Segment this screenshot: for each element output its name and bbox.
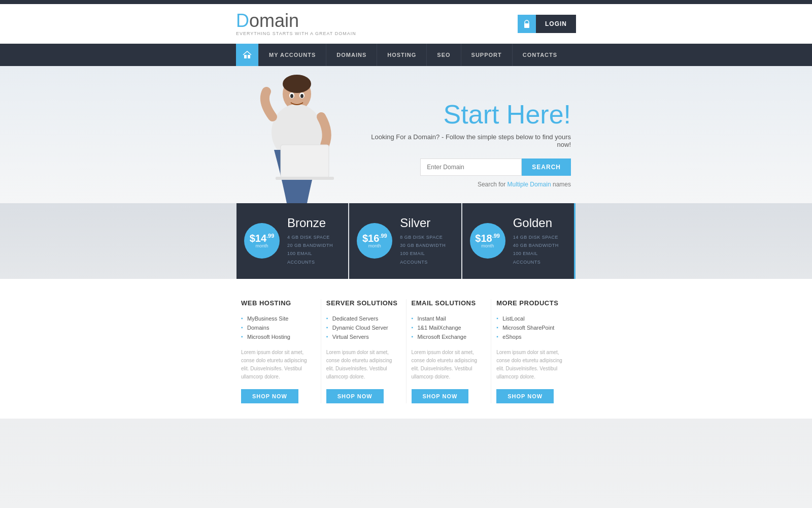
price-period: month (481, 243, 494, 248)
plan-feature-item: 14 GB DISK SPACE (513, 233, 564, 241)
logo-text: Domain (236, 12, 356, 30)
plan-name: Bronze (287, 216, 338, 230)
lock-icon (518, 15, 536, 33)
feature-list-item: Instant Mail (412, 314, 486, 323)
price-card-silver: $16.99 month Silver 8 GB DISK SPACE30 GB… (349, 203, 461, 279)
feature-list-item: Microsoft SharePoint (496, 323, 571, 332)
svg-rect-2 (248, 55, 250, 58)
plan-name: Silver (400, 216, 451, 230)
feature-list-item: Dedicated Servers (326, 314, 401, 323)
plan-features: 14 GB DISK SPACE40 GB BANDWIDTH100 EMAIL… (513, 233, 564, 266)
svg-point-13 (300, 94, 303, 98)
shop-now-button[interactable]: SHOP NOW (241, 389, 298, 403)
feature-title: SERVER SOLUTIONS (326, 299, 401, 307)
feature-title: WEB HOSTING (241, 299, 316, 307)
nav-item-contacts[interactable]: CONTACTS (512, 44, 567, 66)
feature-list: Dedicated ServersDynamic Cloud ServerVir… (326, 314, 401, 341)
price-period: month (368, 243, 381, 248)
feature-list: MyBusiness SiteDomainsMicrosoft Hosting (241, 314, 316, 341)
logo-tagline: EVERYTHING STARTS WITH A GREAT DOMAIN (236, 31, 356, 36)
nav-home-button[interactable] (236, 44, 258, 66)
plan-feature-item: 30 GB BANDWIDTH (400, 241, 451, 249)
domain-search-row: SEARCH (368, 158, 571, 176)
price-circle-silver: $16.99 month (357, 223, 392, 259)
feature-list: Instant Mail1&1 MailXchangeMicrosoft Exc… (412, 314, 486, 341)
svg-rect-1 (244, 55, 247, 58)
nav-bar: MY ACCOUNTS DOMAINS HOSTING SEO SUPPORT … (0, 44, 812, 66)
feature-col-1: SERVER SOLUTIONS Dedicated ServersDynami… (321, 299, 406, 403)
features-section: WEB HOSTING MyBusiness SiteDomainsMicros… (0, 279, 812, 419)
feature-desc: Lorem ipsum dolor sit amet, conse dolo e… (326, 348, 401, 381)
feature-list-item: Virtual Servers (326, 332, 401, 341)
plan-features: 4 GB DISK SPACE20 GB BANDWIDTH100 EMAIL … (287, 233, 338, 266)
feature-list-item: 1&1 MailXchange (412, 323, 486, 332)
plan-feature-item: 100 EMAIL ACCOUNTS (513, 249, 564, 266)
logo-d: D (236, 10, 249, 31)
search-button[interactable]: SEARCH (522, 158, 571, 176)
svg-rect-0 (524, 23, 529, 28)
hero-section: Start Here! Looking For a Domain? - Foll… (0, 66, 812, 203)
plan-feature-item: 4 GB DISK SPACE (287, 233, 338, 241)
plan-feature-item: 100 EMAIL ACCOUNTS (400, 249, 451, 266)
multi-domain-text: Search for Multiple Domain names (368, 181, 571, 188)
svg-rect-8 (281, 145, 329, 178)
nav-item-seo[interactable]: SEO (426, 44, 460, 66)
top-bar (0, 0, 812, 4)
plan-feature-item: 8 GB DISK SPACE (400, 233, 451, 241)
hero-person-image (236, 66, 358, 203)
plan-features: 8 GB DISK SPACE30 GB BANDWIDTH100 EMAIL … (400, 233, 451, 266)
hero-subtitle: Looking For a Domain? - Follow the simpl… (368, 133, 571, 148)
hero-title: Start Here! (368, 100, 571, 129)
feature-list-item: Microsoft Exchange (412, 332, 486, 341)
nav-item-hosting[interactable]: HOSTING (377, 44, 426, 66)
feature-desc: Lorem ipsum dolor sit amet, conse dolo e… (412, 348, 486, 381)
feature-col-2: EMAIL SOLUTIONS Instant Mail1&1 MailXcha… (406, 299, 491, 403)
plan-feature-item: 100 EMAIL ACCOUNTS (287, 249, 338, 266)
nav-item-domains[interactable]: DOMAINS (326, 44, 377, 66)
feature-desc: Lorem ipsum dolor sit amet, conse dolo e… (496, 348, 571, 381)
nav-item-support[interactable]: SUPPORT (461, 44, 512, 66)
multi-domain-suffix: names (551, 181, 571, 188)
svg-point-12 (290, 94, 293, 98)
feature-col-3: MORE PRODUCTS ListLocalMicrosoft SharePo… (491, 299, 576, 403)
feature-list-item: Dynamic Cloud Server (326, 323, 401, 332)
svg-point-5 (283, 75, 311, 93)
plan-feature-item: 20 GB BANDWIDTH (287, 241, 338, 249)
svg-rect-9 (276, 177, 334, 180)
hero-content: Start Here! Looking For a Domain? - Foll… (358, 85, 576, 203)
price-circle-bronze: $14.99 month (244, 223, 280, 259)
logo-rest: omain (249, 10, 299, 31)
feature-list-item: Microsoft Hosting (241, 332, 316, 341)
price-amount: $18.99 (475, 233, 500, 243)
domain-input[interactable] (420, 158, 522, 176)
login-area: LOGIN (518, 15, 576, 33)
feature-title: EMAIL SOLUTIONS (412, 299, 486, 307)
price-amount: $16.99 (362, 233, 387, 243)
feature-list-item: eShops (496, 332, 571, 341)
plan-feature-item: 40 GB BANDWIDTH (513, 241, 564, 249)
feature-desc: Lorem ipsum dolor sit amet, conse dolo e… (241, 348, 316, 381)
feature-title: MORE PRODUCTS (496, 299, 571, 307)
price-period: month (255, 243, 268, 248)
feature-list: ListLocalMicrosoft SharePointeShops (496, 314, 571, 341)
price-card-bronze: $14.99 month Bronze 4 GB DISK SPACE20 GB… (236, 203, 348, 279)
login-button[interactable]: LOGIN (536, 15, 576, 33)
multi-domain-link[interactable]: Multiple Domain (507, 181, 551, 188)
price-card-golden: $18.99 month Golden 14 GB DISK SPACE40 G… (462, 203, 576, 279)
feature-list-item: MyBusiness Site (241, 314, 316, 323)
multi-domain-prefix: Search for (478, 181, 507, 188)
logo: Domain EVERYTHING STARTS WITH A GREAT DO… (236, 12, 356, 36)
plan-name: Golden (513, 216, 564, 230)
feature-list-item: ListLocal (496, 314, 571, 323)
price-circle-golden: $18.99 month (470, 223, 505, 259)
shop-now-button[interactable]: SHOP NOW (496, 389, 554, 403)
header: Domain EVERYTHING STARTS WITH A GREAT DO… (0, 4, 812, 44)
shop-now-button[interactable]: SHOP NOW (326, 389, 384, 403)
shop-now-button[interactable]: SHOP NOW (412, 389, 469, 403)
pricing-section: $14.99 month Bronze 4 GB DISK SPACE20 GB… (0, 203, 812, 279)
nav-item-my-accounts[interactable]: MY ACCOUNTS (258, 44, 326, 66)
feature-col-0: WEB HOSTING MyBusiness SiteDomainsMicros… (236, 299, 321, 403)
price-amount: $14.99 (250, 233, 275, 243)
feature-list-item: Domains (241, 323, 316, 332)
